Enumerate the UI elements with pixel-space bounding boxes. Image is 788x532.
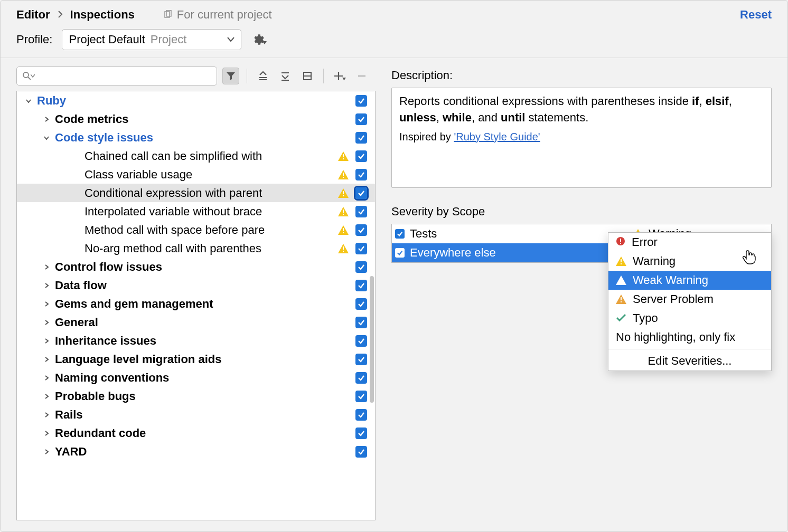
- svg-rect-31: [620, 243, 621, 244]
- dropdown-item[interactable]: Error: [608, 233, 771, 252]
- checkbox[interactable]: [355, 95, 367, 107]
- tree-leaf[interactable]: No-arg method call with parenthes: [17, 239, 375, 258]
- tree-label: Redundant code: [53, 426, 335, 440]
- crumb-sep: [58, 8, 63, 22]
- tree-node-group[interactable]: Code metrics: [17, 110, 375, 128]
- checkbox[interactable]: [355, 409, 367, 421]
- profile-combo[interactable]: Project Default Project: [62, 29, 241, 50]
- checkbox[interactable]: [355, 113, 367, 125]
- dropdown-item[interactable]: Server Problem: [608, 290, 771, 309]
- expand-all-button[interactable]: [255, 68, 271, 84]
- ruby-style-guide-link[interactable]: 'Ruby Style Guide': [454, 131, 540, 142]
- tree-node-group[interactable]: Gems and gem management: [17, 294, 375, 313]
- checkbox[interactable]: [355, 132, 367, 144]
- checkbox[interactable]: [355, 298, 367, 310]
- severity-icon: [616, 294, 626, 304]
- svg-rect-19: [343, 210, 344, 213]
- dropdown-item[interactable]: No highlighting, only fix: [608, 328, 771, 347]
- tree-toolbar: [16, 63, 376, 91]
- crumb-inspections: Inspections: [70, 8, 135, 22]
- checkbox[interactable]: [395, 248, 405, 258]
- reset-link[interactable]: Reset: [740, 8, 772, 22]
- checkbox[interactable]: [355, 187, 367, 199]
- gear-button[interactable]: [251, 33, 267, 46]
- tree-label: Class variable usage: [82, 168, 335, 182]
- dropdown-item[interactable]: Warning: [608, 252, 771, 271]
- inspection-tree[interactable]: RubyCode metricsCode style issuesChained…: [16, 91, 376, 520]
- add-button[interactable]: [331, 68, 348, 84]
- checkbox[interactable]: [355, 428, 367, 439]
- tree-node-group[interactable]: Code style issues: [17, 128, 375, 147]
- checkbox[interactable]: [355, 446, 367, 458]
- dropdown-item[interactable]: Typo: [608, 309, 771, 328]
- tree-node-group[interactable]: Redundant code: [17, 424, 375, 442]
- search-input[interactable]: [16, 66, 217, 86]
- checkbox[interactable]: [355, 372, 367, 384]
- profile-value: Project Default: [69, 33, 145, 46]
- toolbar-separator: [323, 69, 324, 83]
- toolbar-separator: [247, 69, 247, 83]
- dropdown-item[interactable]: Weak Warning: [608, 271, 771, 290]
- tree-leaf[interactable]: Chained call can be simplified with: [17, 147, 375, 165]
- tree-node-ruby[interactable]: Ruby: [17, 91, 375, 110]
- severity-dropdown[interactable]: ErrorWarningWeak WarningServer ProblemTy…: [608, 232, 772, 371]
- tree-node-group[interactable]: Language level migration aids: [17, 350, 375, 368]
- tree-label: Interpolated variable without brace: [82, 205, 335, 218]
- severity-icon: [616, 311, 626, 325]
- tree-node-group[interactable]: Probable bugs: [17, 387, 375, 405]
- tree-label: Inheritance issues: [53, 334, 335, 348]
- tree-leaf[interactable]: Method call with space before pare: [17, 221, 375, 239]
- checkbox[interactable]: [355, 243, 367, 254]
- checkbox[interactable]: [355, 261, 367, 273]
- tree-leaf[interactable]: Interpolated variable without brace: [17, 202, 375, 221]
- svg-rect-24: [343, 251, 344, 252]
- tree-node-group[interactable]: Naming conventions: [17, 368, 375, 387]
- tree-leaf[interactable]: Class variable usage: [17, 165, 375, 184]
- crumb-editor[interactable]: Editor: [16, 8, 50, 22]
- svg-rect-23: [343, 246, 344, 250]
- tree-node-group[interactable]: Inheritance issues: [17, 331, 375, 350]
- checkbox[interactable]: [355, 317, 367, 328]
- severity-icon: [616, 276, 626, 285]
- svg-rect-14: [343, 158, 344, 159]
- severity-icon: [616, 256, 626, 266]
- dropdown-label: Typo: [633, 311, 658, 325]
- scrollbar[interactable]: [370, 276, 374, 403]
- tree-label: Ruby: [35, 94, 335, 108]
- tree-node-group[interactable]: Control flow issues: [17, 258, 375, 276]
- tree-label: Naming conventions: [53, 371, 335, 385]
- dropdown-label: Weak Warning: [633, 273, 708, 287]
- warning-icon: [335, 188, 352, 198]
- checkbox[interactable]: [355, 354, 367, 365]
- tree-node-group[interactable]: YARD: [17, 442, 375, 461]
- checkbox[interactable]: [355, 169, 367, 180]
- checkbox[interactable]: [355, 224, 367, 236]
- tree-label: Data flow: [53, 279, 335, 292]
- svg-point-2: [23, 72, 29, 78]
- tree-node-group[interactable]: Rails: [17, 405, 375, 424]
- edit-severities[interactable]: Edit Severities...: [608, 352, 771, 370]
- tree-leaf[interactable]: Conditional expression with parent: [17, 184, 375, 202]
- checkbox[interactable]: [355, 206, 367, 217]
- tree-node-group[interactable]: General: [17, 313, 375, 331]
- dropdown-label: Server Problem: [633, 292, 714, 306]
- description-line2: Inspired by 'Ruby Style Guide': [399, 129, 764, 144]
- filter-button[interactable]: [222, 68, 239, 84]
- checkbox[interactable]: [355, 280, 367, 291]
- checkbox[interactable]: [395, 229, 405, 239]
- reset-tree-button[interactable]: [299, 68, 316, 84]
- tree-label: Code metrics: [53, 112, 335, 126]
- for-project-label: For current project: [177, 8, 272, 22]
- tree-node-group[interactable]: Data flow: [17, 276, 375, 294]
- tree-label: Rails: [53, 408, 335, 422]
- collapse-all-button[interactable]: [277, 68, 294, 84]
- remove-button[interactable]: [353, 68, 370, 84]
- dropdown-separator: [608, 349, 771, 349]
- scope-name: Everywhere else: [410, 246, 627, 260]
- svg-rect-16: [343, 177, 344, 178]
- chevron-down-icon: [31, 74, 35, 78]
- checkbox[interactable]: [355, 391, 367, 402]
- checkbox[interactable]: [355, 150, 367, 162]
- checkbox[interactable]: [355, 335, 367, 347]
- tree-label: Conditional expression with parent: [82, 186, 335, 200]
